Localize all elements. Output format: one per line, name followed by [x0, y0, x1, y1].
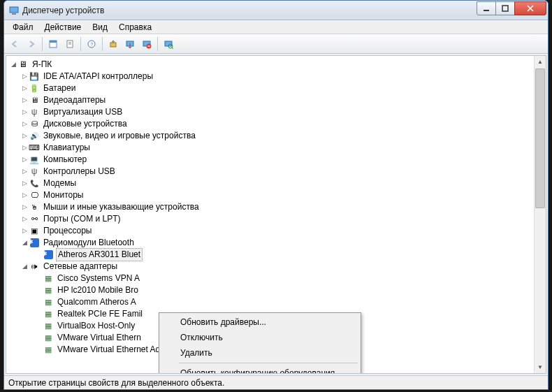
- category-network[interactable]: ◢Сетевые адаптеры: [8, 261, 544, 273]
- audio-icon: [29, 131, 40, 142]
- help-button[interactable]: ?: [84, 36, 99, 52]
- usb-icon: [29, 166, 40, 177]
- cm-delete[interactable]: Удалить: [161, 345, 359, 361]
- device-cisco-vpn[interactable]: Cisco Systems VPN A: [8, 273, 544, 284]
- expand-icon[interactable]: ▷: [20, 154, 29, 166]
- mouse-icon: [29, 202, 40, 213]
- disable-button[interactable]: [122, 36, 138, 52]
- svg-text:?: ?: [90, 41, 94, 48]
- tree-label: Сетевые адаптеры: [42, 261, 119, 273]
- update-driver-button[interactable]: [106, 36, 121, 52]
- expand-icon[interactable]: ▷: [20, 166, 29, 177]
- category-audio[interactable]: ▷Звуковые, видео и игровые устройства: [8, 130, 544, 142]
- cm-disable[interactable]: Отключить: [161, 330, 359, 345]
- tree-label: Qualcomm Atheros A: [56, 296, 138, 308]
- expand-icon[interactable]: ▷: [20, 130, 29, 142]
- svg-rect-1: [12, 13, 16, 15]
- keyboard-icon: [29, 143, 40, 154]
- menu-action[interactable]: Действие: [39, 21, 87, 34]
- context-menu: Обновить драйверы... Отключить Удалить О…: [159, 312, 361, 374]
- forward-button[interactable]: [24, 36, 39, 52]
- expand-icon[interactable]: ▷: [20, 82, 29, 94]
- svg-rect-3: [502, 6, 508, 11]
- category-usbctrl[interactable]: ▷Контроллеры USB: [8, 166, 544, 177]
- category-computer[interactable]: ▷Компьютер: [8, 154, 544, 166]
- ide-icon: [29, 71, 40, 82]
- tree-label-selected: Atheros AR3011 Bluet: [56, 248, 143, 261]
- category-usbvirt[interactable]: ▷Виртуализация USB: [8, 106, 544, 118]
- expand-icon[interactable]: ▷: [20, 142, 29, 154]
- category-monitor[interactable]: ▷Мониторы: [8, 189, 544, 201]
- tree-label: Cisco Systems VPN A: [56, 273, 141, 284]
- app-icon: [8, 5, 20, 16]
- toolbar-separator: [42, 37, 43, 51]
- device-atheros-bt[interactable]: Atheros AR3011 Bluet: [8, 249, 544, 261]
- menu-help[interactable]: Справка: [113, 21, 157, 34]
- tree-label: Контроллеры USB: [42, 166, 117, 177]
- device-manager-window: Диспетчер устройств Файл Действие Вид Сп…: [3, 0, 549, 390]
- vertical-scrollbar[interactable]: ▲ ▼: [534, 56, 546, 373]
- toolbar-separator: [80, 37, 81, 51]
- category-mouse[interactable]: ▷Мыши и иные указывающие устройства: [8, 201, 544, 213]
- titlebar[interactable]: Диспетчер устройств: [4, 1, 548, 20]
- maximize-button[interactable]: [495, 1, 515, 15]
- usb-icon: [29, 107, 40, 118]
- collapse-icon[interactable]: ◢: [9, 59, 17, 71]
- expand-icon[interactable]: ▷: [20, 118, 29, 130]
- netcard-icon: [43, 285, 54, 296]
- tree-label: Realtek PCIe FE Famil: [56, 308, 144, 320]
- netcard-icon: [43, 297, 54, 308]
- uninstall-button[interactable]: [139, 36, 154, 52]
- tree-label: Дисковые устройства: [42, 118, 129, 130]
- tree-label: Мыши и иные указывающие устройства: [42, 201, 201, 213]
- expand-icon[interactable]: ▷: [20, 177, 29, 189]
- expand-icon[interactable]: ▷: [20, 71, 29, 82]
- scroll-thumb[interactable]: [535, 68, 545, 208]
- scan-hardware-button[interactable]: [161, 36, 176, 52]
- tree-label: Батареи: [42, 82, 77, 94]
- category-bluetooth[interactable]: ◢Радиомодули Bluetooth: [8, 237, 544, 249]
- expand-icon[interactable]: ▷: [20, 213, 29, 225]
- expand-icon[interactable]: ▷: [20, 106, 29, 118]
- modem-icon: [29, 178, 40, 189]
- cm-separator: [179, 363, 358, 363]
- category-disk[interactable]: ▷Дисковые устройства: [8, 118, 544, 130]
- cm-scan-hardware[interactable]: Обновить конфигурацию оборудования: [161, 365, 359, 374]
- device-qualcomm[interactable]: Qualcomm Atheros A: [8, 296, 544, 308]
- category-modem[interactable]: ▷Модемы: [8, 177, 544, 189]
- video-icon: [29, 95, 40, 106]
- content-area: ◢ Я-ПК ▷IDE ATA/ATAPI контроллеры ▷Батар…: [6, 55, 546, 374]
- expand-icon[interactable]: ▷: [20, 225, 29, 237]
- scroll-up-button[interactable]: ▲: [535, 56, 546, 68]
- expand-icon[interactable]: ▷: [20, 94, 29, 106]
- close-button[interactable]: [514, 1, 546, 15]
- properties-button[interactable]: [62, 36, 78, 52]
- tree-label: Клавиатуры: [42, 142, 92, 154]
- back-button[interactable]: [7, 36, 22, 52]
- view-button[interactable]: [45, 36, 61, 52]
- expand-icon[interactable]: ▷: [20, 189, 29, 201]
- category-battery[interactable]: ▷Батареи: [8, 82, 544, 94]
- expand-icon[interactable]: ▷: [20, 201, 29, 213]
- category-ports[interactable]: ▷Порты (COM и LPT): [8, 213, 544, 225]
- svg-rect-0: [10, 7, 18, 13]
- category-keyboard[interactable]: ▷Клавиатуры: [8, 142, 544, 154]
- tree-label: HP lc2010 Mobile Bro: [56, 284, 140, 296]
- device-hp-mobile[interactable]: HP lc2010 Mobile Bro: [8, 284, 544, 296]
- category-ide[interactable]: ▷IDE ATA/ATAPI контроллеры: [8, 71, 544, 82]
- tree-label: Звуковые, видео и игровые устройства: [42, 130, 197, 142]
- window-buttons: [477, 1, 546, 15]
- category-video[interactable]: ▷Видеоадаптеры: [8, 94, 544, 106]
- minimize-button[interactable]: [477, 1, 496, 15]
- menu-view[interactable]: Вид: [87, 21, 113, 34]
- cm-update-drivers[interactable]: Обновить драйверы...: [161, 314, 359, 330]
- category-cpu[interactable]: ▷Процессоры: [8, 225, 544, 237]
- scroll-down-button[interactable]: ▼: [535, 361, 546, 373]
- bluetooth-icon: [43, 249, 54, 261]
- menu-file[interactable]: Файл: [7, 21, 39, 34]
- toolbar-separator: [102, 37, 103, 51]
- battery-icon: [29, 83, 40, 94]
- netcard-icon: [43, 309, 54, 320]
- tree-root[interactable]: ◢ Я-ПК: [8, 59, 544, 71]
- collapse-icon[interactable]: ◢: [20, 261, 29, 273]
